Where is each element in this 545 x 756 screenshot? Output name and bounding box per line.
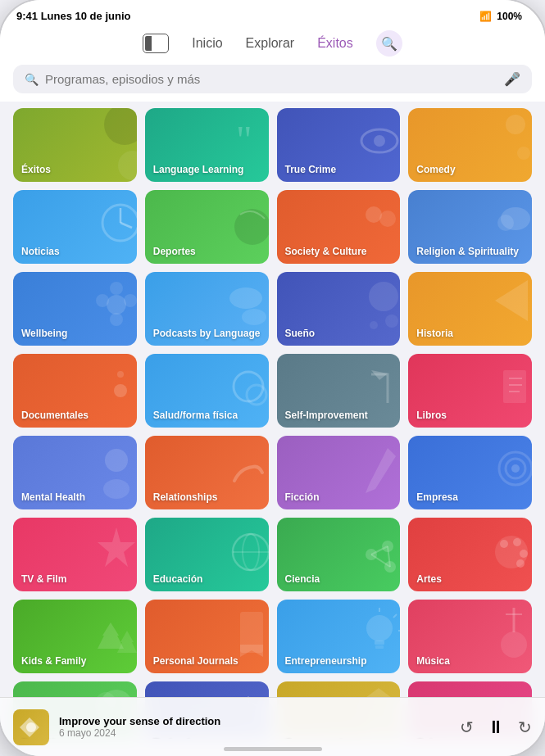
svg-rect-61: [375, 645, 384, 649]
tab-exitos[interactable]: Éxitos: [317, 36, 353, 51]
svg-point-10: [234, 209, 269, 245]
search-input[interactable]: [45, 72, 497, 86]
category-label: Podcasts by Language: [153, 328, 261, 339]
wifi-icon: 📶: [479, 11, 492, 22]
tab-inicio[interactable]: Inicio: [192, 36, 222, 51]
category-item-mental[interactable]: Mental Health: [13, 436, 137, 509]
category-item-tvfilm[interactable]: TV & Film: [13, 518, 137, 591]
category-label: Entrepreneurship: [285, 655, 367, 667]
svg-point-26: [114, 384, 127, 397]
tab-explorar[interactable]: Explorar: [246, 36, 295, 51]
category-item-religion[interactable]: Religion & Spirituality: [408, 190, 532, 264]
category-item-comedy[interactable]: Comedy: [408, 108, 532, 182]
category-label: Wellbeing: [21, 328, 67, 339]
svg-text:": ": [236, 118, 252, 161]
svg-point-36: [103, 479, 129, 499]
category-item-kids[interactable]: Kids & Family: [13, 600, 137, 673]
rewind-button[interactable]: ↺: [460, 718, 474, 737]
search-icon-left: 🔍: [25, 73, 39, 86]
category-item-truecrime[interactable]: True Crime: [277, 108, 401, 182]
category-label: Historia: [416, 328, 453, 339]
category-label: Noticias: [21, 246, 60, 257]
category-item-wellbeing[interactable]: Wellbeing: [13, 272, 137, 346]
status-bar: 9:41 Lunes 10 de junio 📶 100%: [0, 0, 545, 25]
category-label: TV & Film: [21, 573, 66, 585]
rewind-icon: ↺: [460, 718, 474, 736]
category-item-salud[interactable]: Salud/forma física: [145, 354, 269, 428]
svg-rect-60: [375, 641, 384, 645]
svg-point-59: [366, 615, 393, 641]
svg-point-21: [242, 309, 266, 325]
category-label: Salud/forma física: [153, 410, 238, 421]
svg-line-63: [393, 614, 397, 618]
play-pause-button[interactable]: ⏸: [487, 717, 505, 738]
svg-point-53: [520, 550, 528, 558]
svg-point-24: [370, 321, 378, 329]
category-item-deportes[interactable]: Deportes: [145, 190, 269, 264]
svg-line-49: [371, 555, 390, 567]
category-item-personal[interactable]: Personal Journals: [145, 600, 269, 673]
category-item-language[interactable]: "Language Learning: [145, 108, 269, 182]
category-label: Comedy: [416, 164, 455, 175]
category-label: Artes: [416, 573, 442, 585]
svg-point-12: [379, 211, 396, 227]
mic-icon[interactable]: 🎤: [504, 71, 520, 87]
sidebar-toggle-button[interactable]: [143, 34, 169, 53]
category-item-relationships[interactable]: Relationships: [145, 436, 269, 509]
category-item-noticias[interactable]: Noticias: [13, 190, 137, 264]
category-label: Government: [285, 737, 343, 739]
category-label: Deportes: [153, 246, 196, 257]
svg-point-15: [107, 295, 126, 315]
svg-point-6: [517, 147, 530, 160]
category-label: Educación: [153, 573, 203, 585]
category-label: Libros: [416, 410, 447, 421]
category-item-documentales[interactable]: Documentales: [13, 354, 137, 428]
category-label: Documentales: [21, 410, 89, 421]
svg-point-65: [501, 632, 527, 658]
device-frame: 9:41 Lunes 10 de junio 📶 100% Inicio Exp…: [0, 0, 545, 756]
category-item-podcasts-lang[interactable]: Podcasts by Language: [145, 272, 269, 346]
search-icon: 🔍: [381, 36, 397, 52]
svg-marker-40: [98, 527, 135, 567]
svg-point-54: [516, 559, 525, 568]
categories-grid-container: Éxitos"Language LearningTrue CrimeComedy…: [0, 102, 545, 739]
category-item-musica[interactable]: Música: [408, 600, 532, 673]
category-label: Technology: [153, 737, 207, 739]
category-item-educacion[interactable]: Educación: [145, 518, 269, 591]
svg-point-0: [104, 108, 137, 145]
status-right: 📶 100%: [479, 11, 522, 22]
player-date: 6 mayo 2024: [59, 727, 450, 739]
svg-point-17: [124, 294, 137, 307]
category-item-artes[interactable]: Artes: [408, 518, 532, 591]
category-item-sueno[interactable]: Sueño: [277, 272, 401, 346]
category-label: Ciencia: [285, 573, 320, 585]
svg-point-22: [369, 282, 398, 311]
category-item-entrepreneurship[interactable]: Entrepreneurship: [277, 600, 401, 673]
home-indicator: [224, 747, 322, 751]
category-label: Kids & Family: [21, 655, 86, 667]
category-item-libros[interactable]: Libros: [408, 354, 532, 428]
svg-point-18: [110, 313, 123, 326]
category-item-society[interactable]: Society & Culture: [277, 190, 401, 264]
svg-point-16: [110, 282, 123, 295]
nav-search-button[interactable]: 🔍: [376, 30, 402, 57]
category-label: Ficción: [285, 491, 320, 503]
category-label: Self-Improvement: [285, 410, 368, 421]
nav-bar: Inicio Explorar Éxitos 🔍: [0, 25, 545, 65]
category-item-self-imp[interactable]: Self-Improvement: [277, 354, 401, 428]
svg-point-29: [247, 385, 266, 405]
svg-point-5: [506, 115, 525, 134]
category-label: Parenting: [21, 737, 66, 739]
player-thumbnail: [13, 709, 49, 745]
battery-icon: 100%: [497, 11, 522, 22]
category-item-exitos[interactable]: Éxitos: [13, 108, 137, 182]
svg-point-81: [26, 722, 36, 732]
category-item-ciencia[interactable]: Ciencia: [277, 518, 401, 591]
forward-button[interactable]: ↻: [518, 718, 532, 737]
svg-point-11: [366, 206, 382, 223]
category-item-ficcion[interactable]: Ficción: [277, 436, 401, 509]
category-item-empresa[interactable]: Empresa: [408, 436, 532, 509]
category-item-historia[interactable]: Historia: [408, 272, 532, 346]
svg-point-20: [229, 287, 262, 309]
svg-point-14: [497, 215, 514, 231]
